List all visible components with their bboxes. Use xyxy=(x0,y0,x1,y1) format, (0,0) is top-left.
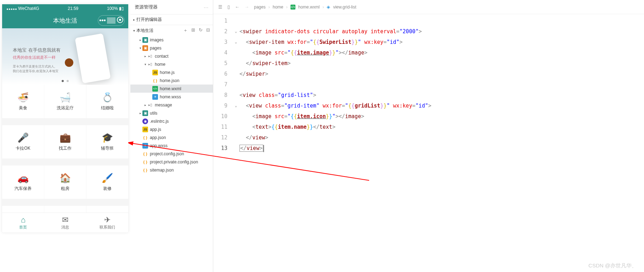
explorer-title: 资源管理器 xyxy=(135,4,158,10)
battery-label: 100% xyxy=(107,6,118,11)
phone-frame: WeChat4G 21:59 100% ▮▯ 本地生活 ••• 本地宝 在手信息… xyxy=(2,4,128,232)
tabbar: ⌂首页✉消息✈联系我们 xyxy=(2,213,128,232)
grid-item[interactable]: 💍结婚啦 xyxy=(86,85,128,118)
time-label: 21:59 xyxy=(68,6,78,11)
grid-item[interactable]: 🖌️装修 xyxy=(86,166,128,199)
tab-item[interactable]: ✈联系我们 xyxy=(86,213,128,232)
carrier-label: WeChat4G xyxy=(18,6,39,11)
project-section[interactable]: ▾本地生活 ＋ ⊞ ↻ ⊟ xyxy=(130,25,213,36)
menu-icon[interactable]: ••• xyxy=(98,17,107,24)
breadcrumb[interactable]: pages› home› </> home.wxml› ◈ view.grid-… xyxy=(254,4,356,10)
grid-item[interactable]: 🚗汽车保养 xyxy=(2,166,44,199)
code-editor[interactable]: 12345678910111213 ⌄⌄⌄ <swiper indicator-… xyxy=(213,14,644,272)
swiper-banner[interactable]: 本地宝 在手信息我就有 优秀的你生活就是不一样 罩卡为易于及更生活方式的人, 我… xyxy=(2,28,128,85)
tree-item[interactable]: ▾▣pages xyxy=(130,44,213,52)
banner-subtitle: 在手信息我就有 xyxy=(28,47,61,53)
open-editors-section[interactable]: ▸打开的编辑器 xyxy=(130,15,213,25)
grid-item[interactable]: 🍜美食 xyxy=(2,85,44,118)
forward-icon[interactable]: → xyxy=(244,4,249,10)
tree-item[interactable]: { }app.json xyxy=(130,133,213,141)
page-title: 本地生活 xyxy=(53,17,77,25)
tree-item[interactable]: ◉.eslintrc.js xyxy=(130,117,213,125)
grid-item[interactable]: 🎓辅导班 xyxy=(86,125,128,158)
new-folder-icon[interactable]: ⊞ xyxy=(191,27,195,34)
line-numbers: 12345678910111213 xyxy=(213,16,232,272)
tree-item[interactable]: ▸▸▯message xyxy=(130,101,213,109)
tree-item[interactable]: ▸▸▯contact xyxy=(130,52,213,60)
explorer-panel: 资源管理器 ··· ▸打开的编辑器 ▾本地生活 ＋ ⊞ ↻ ⊟ ▸▣images… xyxy=(130,0,213,272)
refresh-icon[interactable]: ↻ xyxy=(199,27,203,34)
nav-capsule[interactable]: ••• xyxy=(98,15,125,26)
nav-bar: 本地生活 ••• xyxy=(2,13,128,28)
back-icon[interactable]: ← xyxy=(235,4,239,10)
editor-panel: ☰ ▯ ← → pages› home› </> home.wxml› ◈ vi… xyxy=(213,0,644,272)
view-icon: ◈ xyxy=(327,4,330,10)
tree-item[interactable]: ▸▣images xyxy=(130,36,213,44)
grid-item[interactable]: 🛁洗浴足疗 xyxy=(44,85,86,118)
tab-item[interactable]: ✉消息 xyxy=(44,213,86,232)
tree-item[interactable]: ≋app.wxss xyxy=(130,141,213,150)
banner-desc: 罩卡为易于及更生活方式的人, 我们在这里等你,欢迎加入本地宝 xyxy=(13,64,61,73)
tree-item[interactable]: JSapp.js xyxy=(130,125,213,133)
fold-column[interactable]: ⌄⌄⌄ xyxy=(232,16,239,272)
tree-item[interactable]: </>home.wxml xyxy=(130,85,213,93)
list-icon[interactable]: ☰ xyxy=(218,4,222,10)
banner-tagline: 优秀的你生活就是不一样 xyxy=(13,55,61,60)
code-content[interactable]: <swiper indicator-dots circular autoplay… xyxy=(239,16,644,272)
tree-item[interactable]: { }project.private.config.json xyxy=(130,158,213,166)
banner-title: 本地宝 xyxy=(13,47,27,53)
wxml-icon: </> xyxy=(290,5,295,10)
close-icon[interactable] xyxy=(115,17,124,25)
grid-item[interactable]: 🎤卡拉OK xyxy=(2,125,44,158)
grid-item[interactable]: 💼找工作 xyxy=(44,125,86,158)
simulator-panel: WeChat4G 21:59 100% ▮▯ 本地生活 ••• 本地宝 在手信息… xyxy=(0,0,130,272)
tab-item[interactable]: ⌂首页 xyxy=(2,213,44,232)
more-icon[interactable]: ··· xyxy=(204,5,209,10)
new-file-icon[interactable]: ＋ xyxy=(183,27,188,34)
tree-item[interactable]: ▸▣utils xyxy=(130,109,213,117)
indicator-dots xyxy=(62,80,69,82)
status-bar: WeChat4G 21:59 100% ▮▯ xyxy=(2,4,128,13)
tree-item[interactable]: JShome.js xyxy=(130,68,213,76)
tree-item[interactable]: ▾▸▯home xyxy=(130,60,213,68)
tree-item[interactable]: { }project.config.json xyxy=(130,150,213,158)
tree-item[interactable]: ≋home.wxss xyxy=(130,93,213,101)
tree-item[interactable]: { }sitemap.json xyxy=(130,166,213,174)
watermark: CSDN @亦世凡华、 xyxy=(588,262,637,269)
collapse-icon[interactable]: ⊟ xyxy=(206,27,210,34)
grid-list: 🍜美食🛁洗浴足疗💍结婚啦🎤卡拉OK💼找工作🎓辅导班🚗汽车保养🏠租房🖌️装修 xyxy=(2,85,128,213)
bookmark-icon[interactable]: ▯ xyxy=(227,4,230,10)
tree-item[interactable]: { }home.json xyxy=(130,76,213,85)
grid-item[interactable]: 🏠租房 xyxy=(44,166,86,199)
